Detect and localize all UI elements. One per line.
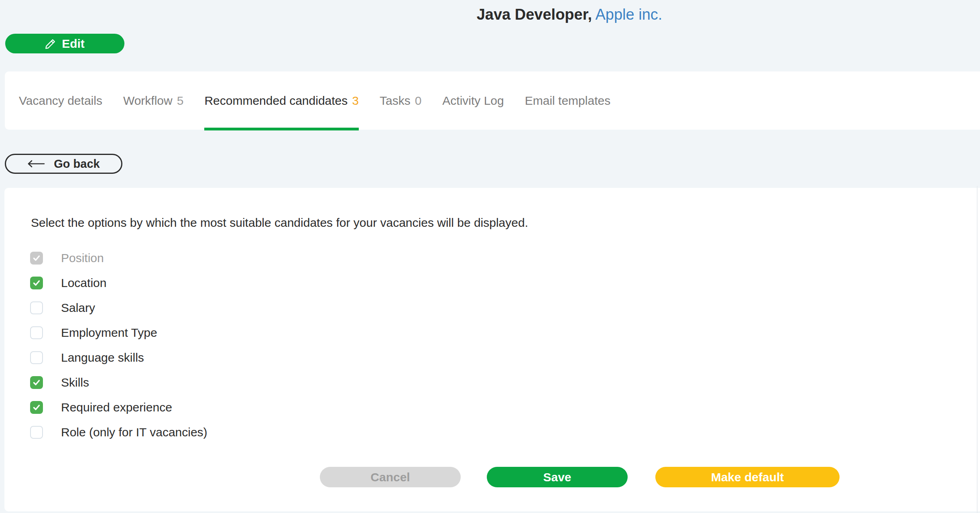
- tab-vacancy-details[interactable]: Vacancy details: [19, 71, 102, 130]
- tab-label: Vacancy details: [19, 94, 102, 108]
- make-default-button[interactable]: Make default: [655, 467, 840, 487]
- option-label: Language skills: [61, 351, 144, 364]
- checkbox-language-skills[interactable]: [30, 351, 43, 364]
- option-row-language-skills: Language skills: [30, 351, 207, 364]
- tab-label: Workflow: [123, 94, 173, 108]
- go-back-label: Go back: [54, 157, 100, 171]
- company-link[interactable]: Apple inc.: [595, 6, 662, 23]
- option-label: Salary: [61, 301, 95, 315]
- option-row-location: Location: [30, 277, 207, 289]
- cancel-button[interactable]: Cancel: [320, 467, 461, 487]
- option-label: Employment Type: [61, 326, 157, 340]
- edit-button[interactable]: Edit: [5, 34, 124, 53]
- options-list: Position Location Salary Employment Type: [30, 252, 207, 451]
- tab-activity-log[interactable]: Activity Log: [442, 71, 504, 130]
- check-icon: [33, 279, 41, 287]
- checkbox-salary[interactable]: [30, 301, 43, 314]
- pencil-icon: [45, 38, 56, 49]
- option-row-required-experience: Required experience: [30, 401, 207, 414]
- tab-count: 0: [415, 94, 422, 108]
- option-label: Position: [61, 251, 104, 265]
- tab-workflow[interactable]: Workflow 5: [123, 71, 184, 130]
- option-row-role: Role (only for IT vacancies): [30, 426, 207, 439]
- option-label: Role (only for IT vacancies): [61, 425, 207, 439]
- active-tab-indicator: [204, 128, 359, 130]
- check-icon: [33, 254, 41, 262]
- option-label: Skills: [61, 376, 89, 389]
- arrow-left-icon: [27, 160, 45, 168]
- recommendation-options-panel: Select the options by which the most sui…: [4, 188, 980, 511]
- tab-email-templates[interactable]: Email templates: [525, 71, 610, 130]
- tab-count: 5: [177, 94, 184, 108]
- tab-recommended-candidates[interactable]: Recommended candidates 3: [204, 71, 359, 130]
- checkbox-location[interactable]: [30, 277, 43, 289]
- option-label: Required experience: [61, 401, 172, 414]
- edit-button-label: Edit: [62, 37, 85, 51]
- checkbox-position: [30, 252, 43, 265]
- tab-label: Email templates: [525, 94, 610, 108]
- option-row-skills: Skills: [30, 376, 207, 389]
- tab-label: Tasks: [380, 94, 411, 108]
- option-row-employment-type: Employment Type: [30, 326, 207, 339]
- vacancy-page: Java Developer, Apple inc. Edit Vacancy …: [0, 0, 980, 513]
- right-edge-divider: [977, 186, 978, 513]
- tab-label: Recommended candidates: [204, 94, 348, 108]
- go-back-button[interactable]: Go back: [5, 154, 122, 174]
- checkbox-employment-type[interactable]: [30, 326, 43, 339]
- tab-label: Activity Log: [442, 94, 504, 108]
- check-icon: [33, 379, 41, 387]
- option-row-salary: Salary: [30, 301, 207, 314]
- vacancy-tabs-bar: Vacancy details Workflow 5 Recommended c…: [5, 71, 980, 130]
- checkbox-required-experience[interactable]: [30, 401, 43, 414]
- vacancy-title: Java Developer,: [477, 6, 592, 23]
- option-row-position: Position: [30, 252, 207, 265]
- checkbox-skills[interactable]: [30, 376, 43, 389]
- option-label: Location: [61, 276, 106, 290]
- page-title: Java Developer, Apple inc.: [0, 6, 980, 23]
- tab-count: 3: [352, 94, 359, 108]
- checkbox-role[interactable]: [30, 426, 43, 439]
- tab-tasks[interactable]: Tasks 0: [380, 71, 421, 130]
- save-button[interactable]: Save: [487, 467, 628, 487]
- check-icon: [33, 403, 41, 411]
- panel-instruction: Select the options by which the most sui…: [31, 216, 528, 230]
